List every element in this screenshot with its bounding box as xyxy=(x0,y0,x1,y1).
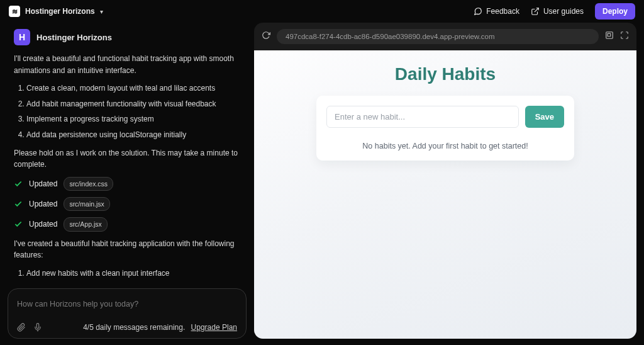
habit-input[interactable] xyxy=(326,106,519,128)
chat-scroll[interactable]: I'll create a beautiful and functional h… xyxy=(8,53,247,285)
deploy-button[interactable]: Deploy xyxy=(595,3,635,20)
topbar: ≋ Hostinger Horizons ▾ Feedback User gui… xyxy=(0,0,644,23)
assistant-logo-icon: H xyxy=(14,29,30,45)
save-button[interactable]: Save xyxy=(525,106,564,128)
update-row: Updated src/App.jsx xyxy=(14,217,240,231)
update-label: Updated xyxy=(29,198,57,210)
user-guides-label: User guides xyxy=(543,7,584,16)
chat-input-footer: 4/5 daily messages remaining. Upgrade Pl… xyxy=(17,323,237,332)
chevron-down-icon[interactable]: ▾ xyxy=(100,8,103,15)
plan-list: Create a clean, modern layout with teal … xyxy=(26,82,240,140)
file-pill: src/index.css xyxy=(64,177,113,191)
quota-text: 4/5 daily messages remaining. xyxy=(83,323,185,332)
app-title: Daily Habits xyxy=(395,64,496,84)
chat-panel: H Hostinger Horizons I'll create a beaut… xyxy=(8,23,247,339)
reload-icon xyxy=(262,31,270,40)
assistant-title: Hostinger Horizons xyxy=(36,33,112,42)
update-label: Updated xyxy=(29,178,57,190)
browser-bar: 497cdca8-f274-4cdb-ac86-d590ae039890.dev… xyxy=(254,23,636,50)
user-guides-link[interactable]: User guides xyxy=(531,7,584,16)
update-label: Updated xyxy=(29,218,57,230)
chat-input-card: 4/5 daily messages remaining. Upgrade Pl… xyxy=(8,288,247,339)
quota-row: 4/5 daily messages remaining. Upgrade Pl… xyxy=(83,323,237,332)
check-icon xyxy=(14,200,23,208)
update-row: Updated src/main.jsx xyxy=(14,197,240,211)
assistant-intro: I'll create a beautiful and functional h… xyxy=(14,53,240,76)
open-new-window-button[interactable] xyxy=(605,31,614,42)
topbar-actions: Feedback User guides Deploy xyxy=(474,3,635,20)
assistant-header: H Hostinger Horizons xyxy=(8,23,247,53)
chat-input[interactable] xyxy=(17,300,237,308)
attachment-icon[interactable] xyxy=(17,323,26,332)
brand-logo-icon: ≋ xyxy=(9,6,20,17)
check-icon xyxy=(14,220,23,229)
url-text: 497cdca8-f274-4cdb-ac86-d590ae039890.dev… xyxy=(286,33,494,40)
upgrade-plan-link[interactable]: Upgrade Plan xyxy=(191,323,237,332)
microphone-icon[interactable] xyxy=(33,323,42,332)
fullscreen-icon xyxy=(620,31,629,40)
app-content: Daily Habits Save No habits yet. Add you… xyxy=(254,50,636,174)
url-bar[interactable]: 497cdca8-f274-4cdb-ac86-d590ae039890.dev… xyxy=(277,29,599,44)
empty-state-message: No habits yet. Add your first habit to g… xyxy=(326,142,564,150)
file-pill: src/App.jsx xyxy=(64,217,107,231)
app-preview[interactable]: Daily Habits Save No habits yet. Add you… xyxy=(254,50,636,339)
save-label: Save xyxy=(535,112,554,122)
reload-button[interactable] xyxy=(262,31,270,42)
plan-item: Add data persistence using localStorage … xyxy=(26,129,240,141)
brand-area[interactable]: ≋ Hostinger Horizons ▾ xyxy=(9,6,103,17)
svg-line-0 xyxy=(535,8,538,12)
brand-title: Hostinger Horizons xyxy=(25,7,95,16)
feedback-link[interactable]: Feedback xyxy=(474,7,519,16)
fullscreen-button[interactable] xyxy=(620,31,629,42)
habit-input-row: Save xyxy=(326,106,564,128)
plan-item: Create a clean, modern layout with teal … xyxy=(26,82,240,94)
feedback-label: Feedback xyxy=(486,7,519,16)
input-icon-row xyxy=(17,323,42,332)
features-intro: I've created a beautiful habit tracking … xyxy=(14,238,240,261)
open-external-icon xyxy=(605,31,614,40)
external-link-icon xyxy=(531,7,540,16)
plan-item: Add habit management functionality with … xyxy=(26,98,240,110)
features-list: Add new habits with a clean input interf… xyxy=(26,268,240,285)
update-row: Updated src/index.css xyxy=(14,177,240,191)
hold-on-msg: Please hold on as I work on the solution… xyxy=(14,147,240,171)
chat-icon xyxy=(474,7,482,16)
svg-rect-3 xyxy=(608,33,611,37)
plan-item: Implement a progress tracking system xyxy=(26,113,240,125)
preview-panel: 497cdca8-f274-4cdb-ac86-d590ae039890.dev… xyxy=(254,23,636,339)
check-icon xyxy=(14,179,23,188)
habit-card: Save No habits yet. Add your first habit… xyxy=(316,96,574,161)
svg-rect-2 xyxy=(606,32,613,39)
file-pill: src/main.jsx xyxy=(64,197,109,211)
deploy-label: Deploy xyxy=(602,7,628,16)
feature-item: Mark habits as complete/incomplete with … xyxy=(26,283,240,285)
feature-item: Add new habits with a clean input interf… xyxy=(26,268,240,280)
main: H Hostinger Horizons I'll create a beaut… xyxy=(0,23,644,345)
